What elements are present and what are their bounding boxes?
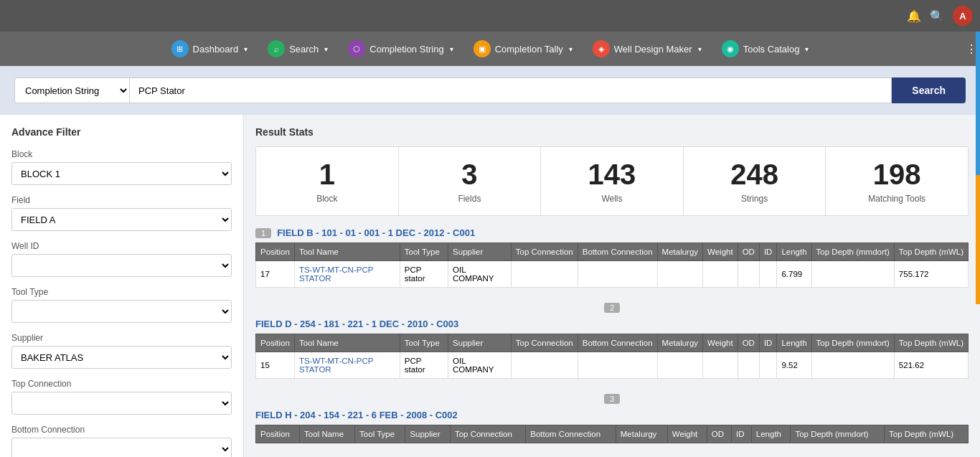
nav-item-completion-tally[interactable]: ▣ Completion Tally ▾ bbox=[465, 34, 581, 63]
search-button[interactable]: Search bbox=[892, 77, 966, 103]
filter-bottom-connection: Bottom Connection bbox=[11, 425, 232, 457]
table-header-row: Position Tool Name Tool Type Supplier To… bbox=[256, 243, 969, 261]
completion-tally-chevron: ▾ bbox=[569, 45, 573, 53]
filter-bottom-connection-label: Bottom Connection bbox=[11, 425, 232, 435]
col3-od: OD bbox=[707, 425, 731, 443]
avatar[interactable]: A bbox=[953, 6, 973, 26]
cell-bottom-connection bbox=[578, 261, 657, 288]
stat-fields-number: 3 bbox=[405, 159, 535, 191]
cell2-metalurgy bbox=[657, 352, 703, 379]
completion-string-nav-icon: ⬡ bbox=[348, 40, 365, 57]
filter-supplier-select[interactable]: BAKER ATLAS OIL COMPANY bbox=[11, 346, 232, 369]
cell2-tool-name: TS-WT-MT-CN-PCP STATOR bbox=[294, 352, 400, 379]
navbar: ⊞ Dashboard ▾ ⌕ Search ▾ ⬡ Completion St… bbox=[0, 32, 980, 66]
right-bar-yellow bbox=[976, 175, 980, 304]
filter-bottom-connection-select[interactable] bbox=[11, 438, 232, 457]
stat-matching-tools-label: Matching Tools bbox=[831, 194, 962, 204]
group-2-header: FIELD D - 254 - 181 - 221 - 1 DEC - 2010… bbox=[255, 319, 969, 329]
filter-tool-type-select[interactable] bbox=[11, 300, 232, 323]
filter-tool-type-label: Tool Type bbox=[11, 287, 232, 297]
search-icon[interactable]: 🔍 bbox=[930, 9, 944, 23]
nav-item-completion-string[interactable]: ⬡ Completion String ▾ bbox=[339, 34, 461, 63]
stat-wells-number: 143 bbox=[547, 159, 677, 191]
col3-bottom-connection: Bottom Connection bbox=[526, 425, 616, 443]
completion-tally-nav-icon: ▣ bbox=[473, 40, 491, 57]
filter-well-id-select[interactable] bbox=[11, 254, 232, 277]
filter-well-id-label: Well ID bbox=[11, 241, 232, 251]
cell2-top-depth-mmdort bbox=[811, 352, 894, 379]
notification-icon[interactable]: 🔔 bbox=[907, 9, 921, 23]
group-2-table: Position Tool Name Tool Type Supplier To… bbox=[255, 334, 969, 379]
search-category-select[interactable]: Completion String Well Tools Catalog bbox=[14, 77, 129, 103]
col3-position: Position bbox=[256, 425, 300, 443]
filter-well-id: Well ID bbox=[11, 241, 232, 277]
search-bar: Completion String Well Tools Catalog Sea… bbox=[0, 66, 980, 115]
search-nav-icon: ⌕ bbox=[268, 40, 285, 57]
stat-matching-tools-number: 198 bbox=[831, 159, 962, 191]
filter-top-connection: Top Connection bbox=[11, 379, 232, 415]
stat-wells: 143 Wells bbox=[541, 147, 684, 215]
col2-top-depth-mwl: Top Depth (mWL) bbox=[894, 334, 968, 352]
well-design-chevron: ▾ bbox=[698, 45, 702, 53]
col3-metalurgy: Metalurgy bbox=[616, 425, 667, 443]
filter-supplier: Supplier BAKER ATLAS OIL COMPANY bbox=[11, 333, 232, 369]
separator-2: 2 bbox=[255, 302, 969, 313]
stat-strings: 248 Strings bbox=[684, 147, 826, 215]
separator-3: 3 bbox=[255, 393, 969, 404]
nav-item-well-design[interactable]: ◈ Well Design Maker ▾ bbox=[584, 34, 710, 63]
tool-name-link[interactable]: TS-WT-MT-CN-PCP STATOR bbox=[299, 265, 373, 283]
cell-length: 6.799 bbox=[777, 261, 811, 288]
cell2-top-connection bbox=[511, 352, 578, 379]
cell-top-connection bbox=[511, 261, 578, 288]
nav-item-dashboard[interactable]: ⊞ Dashboard ▾ bbox=[163, 34, 257, 63]
table-row: 17 TS-WT-MT-CN-PCP STATOR PCP stator OIL… bbox=[256, 261, 969, 288]
nav-label-tools-catalog: Tools Catalog bbox=[743, 44, 800, 55]
col3-tool-name: Tool Name bbox=[300, 425, 355, 443]
filter-top-connection-label: Top Connection bbox=[11, 379, 232, 389]
cell-tool-type: PCP stator bbox=[400, 261, 448, 288]
cell2-weight bbox=[703, 352, 738, 379]
well-design-nav-icon: ◈ bbox=[593, 40, 610, 57]
filter-tool-type: Tool Type bbox=[11, 287, 232, 323]
stat-strings-number: 248 bbox=[689, 159, 820, 191]
filter-supplier-label: Supplier bbox=[11, 333, 232, 343]
top-bar-icons: 🔔 🔍 A bbox=[907, 6, 973, 26]
advance-filter-title: Advance Filter bbox=[11, 126, 232, 138]
group-1-badge: 1 bbox=[255, 228, 271, 238]
dashboard-chevron: ▾ bbox=[244, 45, 248, 53]
col2-top-connection: Top Connection bbox=[511, 334, 578, 352]
col-metalurgy: Metalurgy bbox=[657, 243, 703, 261]
col3-weight: Weight bbox=[667, 425, 707, 443]
stat-fields-label: Fields bbox=[405, 194, 535, 204]
col-top-connection: Top Connection bbox=[511, 243, 578, 261]
cell-position: 17 bbox=[256, 261, 295, 288]
col2-id: ID bbox=[759, 334, 777, 352]
filter-block-select[interactable]: BLOCK 1 BLOCK 2 BLOCK 3 bbox=[11, 162, 232, 185]
dashboard-nav-icon: ⊞ bbox=[171, 40, 189, 57]
nav-item-search[interactable]: ⌕ Search ▾ bbox=[259, 34, 336, 63]
search-input[interactable] bbox=[129, 77, 892, 103]
col2-weight: Weight bbox=[703, 334, 738, 352]
stat-block-number: 1 bbox=[262, 159, 392, 191]
col-tool-type: Tool Type bbox=[400, 243, 448, 261]
stat-strings-label: Strings bbox=[689, 194, 820, 204]
sidebar: Advance Filter Block BLOCK 1 BLOCK 2 BLO… bbox=[0, 115, 244, 457]
tools-catalog-nav-icon: ◉ bbox=[722, 40, 739, 57]
cell-top-depth-mmdort bbox=[811, 261, 894, 288]
nav-item-tools-catalog[interactable]: ◉ Tools Catalog ▾ bbox=[713, 34, 818, 63]
cell2-tool-type: PCP stator bbox=[400, 352, 448, 379]
col2-top-depth-mmdort: Top Depth (mmdort) bbox=[811, 334, 894, 352]
nav-label-well-design: Well Design Maker bbox=[614, 44, 692, 55]
filter-field-select[interactable]: FIELD A FIELD B FIELD C bbox=[11, 208, 232, 231]
tool-name-link-2[interactable]: TS-WT-MT-CN-PCP STATOR bbox=[299, 357, 373, 374]
table-row-2: 15 TS-WT-MT-CN-PCP STATOR PCP stator OIL… bbox=[256, 352, 969, 379]
results-area: Result Stats 1 Block 3 Fields 143 Wells … bbox=[244, 115, 980, 457]
cell-supplier: OIL COMPANY bbox=[448, 261, 512, 288]
col-tool-name: Tool Name bbox=[294, 243, 400, 261]
group-3-title: FIELD H - 204 - 154 - 221 - 6 FEB - 2008… bbox=[255, 410, 458, 420]
col2-bottom-connection: Bottom Connection bbox=[578, 334, 657, 352]
filter-top-connection-select[interactable] bbox=[11, 392, 232, 415]
filter-field-label: Field bbox=[11, 195, 232, 205]
stats-row: 1 Block 3 Fields 143 Wells 248 Strings 1… bbox=[255, 146, 969, 216]
col2-supplier: Supplier bbox=[448, 334, 512, 352]
